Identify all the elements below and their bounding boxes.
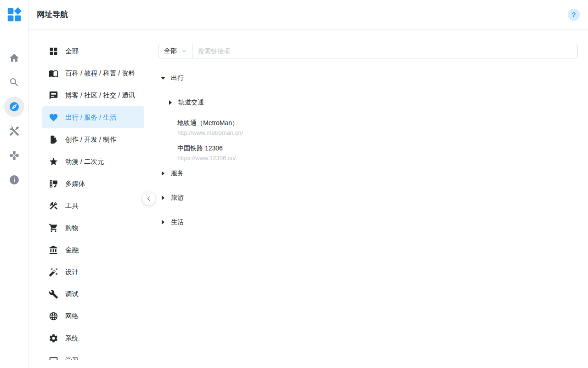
caret-right-icon[interactable]: [161, 196, 165, 200]
rail-nav: [4, 48, 24, 194]
caret-shape: [162, 196, 164, 200]
chevron-down-icon: [181, 48, 187, 54]
tree-group-label: 出行: [171, 74, 184, 82]
sidebar-item-label: 学习: [65, 356, 79, 360]
rail-item-search[interactable]: [4, 72, 24, 92]
sidebar-item-label: 系统: [65, 334, 79, 343]
sidebar-item[interactable]: 工具: [42, 195, 144, 217]
sidebar-item[interactable]: 多媒体: [42, 172, 144, 195]
tools-icon: [9, 126, 20, 137]
caret-shape: [161, 77, 165, 80]
sidebar-item[interactable]: 全部: [42, 40, 144, 62]
sidebar-item-label: 创作 / 开发 / 制作: [65, 135, 116, 144]
sidebar-item[interactable]: 购物: [42, 217, 144, 239]
sidebar-item[interactable]: 系统: [42, 327, 144, 349]
bank-icon: [49, 245, 58, 255]
sidebar-item[interactable]: 创作 / 开发 / 制作: [42, 128, 144, 150]
link-title: 中国铁路 12306: [177, 144, 578, 153]
app-logo-icon: [6, 6, 23, 23]
sidebar-item[interactable]: 百科 / 教程 / 科普 / 资料: [42, 62, 144, 84]
sidebar-item[interactable]: 设计: [42, 261, 144, 283]
help-button[interactable]: ?: [568, 9, 580, 21]
caret-shape: [162, 171, 164, 176]
caret-shape: [162, 220, 164, 224]
main-content: 全部 出行轨道交通地铁通（MetroMan）http://www.metroma…: [149, 29, 588, 368]
book-icon: [49, 69, 58, 78]
sidebar-item-label: 购物: [65, 224, 79, 232]
link-item[interactable]: 中国铁路 12306https://www.12306.cn/: [158, 144, 578, 162]
sidebar-item-label: 出行 / 服务 / 生活: [65, 113, 116, 122]
tree-group-row[interactable]: 轨道交通: [158, 98, 578, 107]
chat-icon: [49, 91, 58, 100]
caret-right-icon[interactable]: [161, 220, 165, 224]
tree-group-row[interactable]: 出行: [158, 74, 578, 83]
tree-node: 轨道交通: [158, 98, 578, 107]
doc-edit-icon: [49, 135, 58, 144]
info-icon: [9, 174, 20, 185]
sidebar-item-label: 金融: [65, 246, 79, 254]
grid-icon: [49, 46, 58, 56]
sidebar-item[interactable]: 动漫 / 二次元: [42, 150, 144, 172]
star-icon: [49, 157, 58, 167]
search-input[interactable]: [192, 44, 577, 58]
sidebar-item[interactable]: 金融: [42, 239, 144, 261]
category-filter-select[interactable]: 全部: [158, 44, 192, 58]
header: 网址导航 ?: [28, 0, 588, 29]
tree-children: 轨道交通地铁通（MetroMan）http://www.metroman.cn/…: [158, 98, 578, 162]
sidebar-item-label: 多媒体: [65, 179, 85, 188]
sidebar-item[interactable]: 网络: [42, 305, 144, 327]
caret-down-icon[interactable]: [161, 77, 165, 80]
tree-group-label: 服务: [171, 169, 184, 178]
compass-icon: [9, 101, 20, 112]
link-title: 地铁通（MetroMan）: [177, 118, 578, 127]
filter-selected-value: 全部: [164, 47, 177, 55]
chevron-down-icon: [181, 48, 187, 54]
sidebar-item-label: 博客 / 社区 / 社交 / 通讯: [65, 91, 135, 100]
dpad-icon: [9, 150, 20, 161]
sidebar-item[interactable]: 出行 / 服务 / 生活: [42, 106, 144, 128]
link-url: https://www.12306.cn/: [177, 154, 578, 162]
tree-group-label: 旅游: [171, 194, 184, 202]
category-sidebar: 全部百科 / 教程 / 科普 / 资料博客 / 社区 / 社交 / 通讯出行 /…: [28, 29, 149, 360]
globe-icon: [49, 311, 58, 321]
icon-rail: [0, 0, 28, 368]
sidebar-item[interactable]: 博客 / 社区 / 社交 / 通讯: [42, 84, 144, 106]
sidebar-collapse-button[interactable]: [142, 192, 155, 205]
link-item[interactable]: 地铁通（MetroMan）http://www.metroman.cn/: [158, 118, 578, 137]
chevron-left-icon: [146, 196, 152, 202]
laptop-icon: [49, 356, 58, 360]
tree-node: 生活: [158, 218, 578, 227]
hammer-wrench-icon: [49, 201, 58, 211]
wrench-icon: [49, 289, 58, 299]
sidebar-item-label: 调试: [65, 290, 79, 299]
gear-icon: [49, 334, 58, 343]
tree-node: 旅游: [158, 193, 578, 202]
link-url: http://www.metroman.cn/: [177, 129, 578, 137]
sidebar-item[interactable]: 调试: [42, 283, 144, 305]
cart-icon: [49, 223, 58, 233]
sidebar-item-label: 动漫 / 二次元: [65, 157, 104, 166]
film-icon: [49, 179, 58, 189]
rail-item-tools[interactable]: [4, 121, 24, 141]
sidebar-item[interactable]: 学习: [42, 349, 144, 360]
tree-group-label: 生活: [171, 218, 184, 226]
sidebar-item-label: 工具: [65, 201, 79, 210]
page-title: 网址导航: [37, 9, 68, 20]
tree-group-row[interactable]: 服务: [158, 169, 578, 178]
rail-item-extensions[interactable]: [4, 145, 24, 166]
heart-icon: [49, 113, 58, 122]
rail-item-navigation[interactable]: [4, 97, 24, 117]
caret-right-icon[interactable]: [161, 171, 165, 176]
link-tree: 出行轨道交通地铁通（MetroMan）http://www.metroman.c…: [158, 58, 578, 227]
tree-group-row[interactable]: 旅游: [158, 193, 578, 202]
caret-right-icon[interactable]: [168, 100, 173, 105]
rail-item-about[interactable]: [4, 170, 24, 190]
tree-group-row[interactable]: 生活: [158, 218, 578, 227]
tree-node: 服务: [158, 169, 578, 178]
tree-group-label: 轨道交通: [178, 98, 204, 107]
search-bar: 全部: [158, 44, 578, 58]
rail-item-home[interactable]: [4, 48, 24, 68]
app-grid-logo-icon: [6, 6, 23, 23]
tree-node: 出行轨道交通地铁通（MetroMan）http://www.metroman.c…: [158, 74, 578, 162]
sidebar-item-label: 网络: [65, 312, 79, 321]
